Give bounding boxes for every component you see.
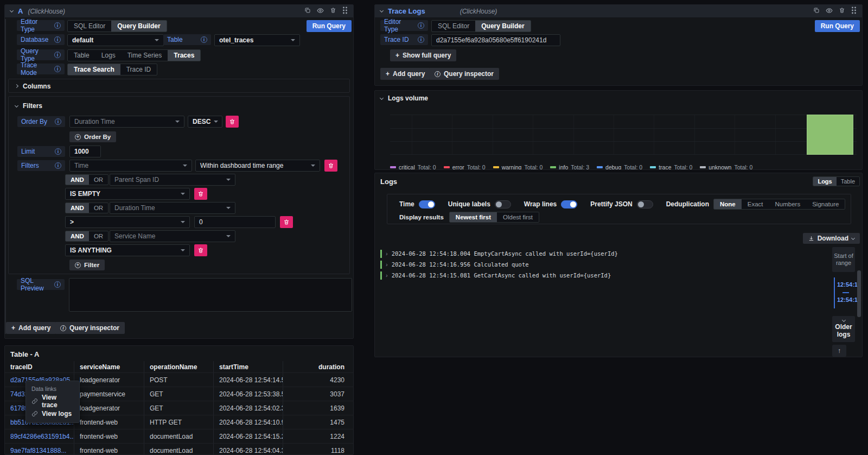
- condition-value-input[interactable]: 0: [194, 216, 276, 228]
- drag-handle-icon[interactable]: [851, 7, 857, 16]
- query-inspector-button[interactable]: iQuery inspector: [429, 68, 499, 80]
- log-expand-chevron-icon[interactable]: ›: [386, 272, 388, 279]
- legend-item[interactable]: error Total: 0: [444, 164, 486, 170]
- query-type-option-table[interactable]: Table: [68, 50, 95, 61]
- logs-scrollbar-thumb[interactable]: [857, 270, 861, 317]
- table-select[interactable]: otel_traces: [214, 34, 300, 46]
- query-type-option-logs[interactable]: Logs: [95, 50, 122, 61]
- info-icon[interactable]: i: [55, 148, 61, 155]
- or-option[interactable]: OR: [89, 203, 108, 213]
- dedup-option-exact[interactable]: Exact: [742, 199, 769, 209]
- copy-icon[interactable]: [304, 7, 311, 15]
- legend-item[interactable]: critical Total: 0: [390, 164, 436, 170]
- info-logs-bar[interactable]: [807, 115, 853, 155]
- column-header[interactable]: operationName: [144, 361, 214, 372]
- run-query-button[interactable]: Run Query: [307, 20, 352, 32]
- panel-a-header[interactable]: A (ClickHouse): [5, 5, 353, 17]
- view-option-logs[interactable]: Logs: [813, 177, 836, 186]
- context-menu-item[interactable]: View logs: [26, 407, 79, 420]
- info-icon[interactable]: i: [201, 36, 207, 43]
- copy-icon[interactable]: [813, 7, 820, 15]
- run-query-button[interactable]: Run Query: [815, 20, 860, 32]
- column-header[interactable]: duration: [283, 361, 349, 372]
- remove-condition-button[interactable]: [194, 188, 207, 200]
- display-option-newest[interactable]: Newest first: [450, 212, 497, 222]
- or-option[interactable]: OR: [89, 175, 108, 185]
- or-option[interactable]: OR: [89, 231, 108, 241]
- database-select[interactable]: default: [67, 34, 164, 46]
- info-icon[interactable]: i: [418, 36, 424, 43]
- remove-order-by-button[interactable]: [226, 116, 239, 128]
- prettify-json-toggle[interactable]: [637, 200, 653, 208]
- legend-item[interactable]: unknown Total: 0: [700, 164, 752, 170]
- remove-condition-button[interactable]: [194, 244, 207, 256]
- dedup-option-none[interactable]: None: [714, 199, 742, 209]
- query-type-option-timeseries[interactable]: Time Series: [122, 50, 168, 61]
- logs-volume-title[interactable]: Logs volume: [380, 94, 428, 102]
- order-by-field-select[interactable]: Duration Time: [69, 116, 184, 128]
- info-icon[interactable]: i: [54, 281, 61, 288]
- and-option[interactable]: AND: [66, 175, 89, 185]
- filter-time-range-select[interactable]: Within dashboard time range: [195, 160, 320, 172]
- log-row[interactable]: › 2024-06-28 12:54:18.004 EmptyCartAsync…: [380, 248, 809, 259]
- older-logs-button[interactable]: Older logs: [832, 316, 855, 342]
- info-icon[interactable]: i: [55, 118, 61, 125]
- remove-condition-button[interactable]: [280, 216, 293, 228]
- log-row[interactable]: › 2024-06-28 12:54:15.081 GetCartAsync c…: [380, 270, 809, 281]
- trace-id-input[interactable]: d2a7155ef6a928a05680e5ff6190241d: [431, 34, 560, 46]
- filters-section-header[interactable]: Filters: [15, 102, 42, 110]
- editor-type-option-builder[interactable]: Query Builder: [111, 21, 166, 31]
- log-expand-chevron-icon[interactable]: ›: [386, 250, 388, 257]
- wrap-lines-toggle[interactable]: [561, 200, 577, 208]
- trace-mode-option-search[interactable]: Trace Search: [68, 64, 120, 75]
- eye-icon[interactable]: [826, 7, 833, 16]
- time-toggle[interactable]: [419, 200, 435, 208]
- trace-mode-option-id[interactable]: Trace ID: [120, 64, 157, 75]
- condition-operator-select[interactable]: >: [65, 216, 190, 228]
- remove-filter-button[interactable]: [324, 160, 337, 172]
- show-full-query-button[interactable]: +Show full query: [390, 49, 456, 61]
- condition-field-select[interactable]: Service Name: [110, 230, 235, 242]
- column-header[interactable]: startTime: [214, 361, 283, 372]
- trace-id-link[interactable]: 9ae7faf81341888...: [5, 444, 74, 455]
- info-icon[interactable]: i: [54, 52, 61, 58]
- unique-labels-toggle[interactable]: [495, 200, 511, 208]
- drag-handle-icon[interactable]: [342, 7, 348, 16]
- editor-type-option-sql[interactable]: SQL Editor: [68, 21, 111, 31]
- limit-input[interactable]: 1000: [69, 146, 101, 157]
- column-header[interactable]: serviceName: [74, 361, 144, 372]
- legend-item[interactable]: trace Total: 0: [650, 164, 692, 170]
- column-header[interactable]: traceID: [5, 361, 74, 372]
- filter-time-field-select[interactable]: Time: [69, 160, 192, 172]
- query-inspector-button[interactable]: iQuery inspector: [55, 322, 125, 334]
- collapse-chevron-icon[interactable]: [380, 9, 384, 12]
- info-icon[interactable]: i: [54, 36, 61, 43]
- and-option[interactable]: AND: [66, 231, 89, 241]
- dedup-option-numbers[interactable]: Numbers: [769, 199, 807, 209]
- collapse-chevron-icon[interactable]: [10, 9, 14, 12]
- info-icon[interactable]: i: [54, 22, 61, 29]
- info-icon[interactable]: i: [418, 22, 424, 29]
- condition-field-select[interactable]: Duration Time: [110, 202, 235, 214]
- condition-field-select[interactable]: Parent Span ID: [110, 174, 235, 186]
- add-order-by-button[interactable]: +Order By: [69, 131, 116, 142]
- context-menu-item[interactable]: View trace: [26, 395, 79, 407]
- trash-icon[interactable]: [839, 7, 845, 15]
- add-query-button[interactable]: +Add query: [6, 322, 56, 334]
- and-option[interactable]: AND: [66, 203, 89, 213]
- trace-logs-header[interactable]: Trace Logs (ClickHouse): [375, 5, 862, 17]
- editor-type-option-builder[interactable]: Query Builder: [475, 21, 530, 31]
- trace-id-link[interactable]: 89cf4286e631591b4...: [5, 429, 74, 443]
- log-expand-chevron-icon[interactable]: ›: [386, 261, 388, 268]
- legend-item[interactable]: debug Total: 0: [597, 164, 642, 170]
- dedup-option-signature[interactable]: Signature: [806, 199, 845, 209]
- info-icon[interactable]: i: [54, 66, 61, 72]
- editor-type-option-sql[interactable]: SQL Editor: [432, 21, 475, 31]
- condition-operator-select[interactable]: IS ANYTHING: [65, 244, 190, 256]
- download-button[interactable]: Download: [803, 233, 860, 244]
- order-by-direction-select[interactable]: DESC: [188, 116, 222, 128]
- display-option-oldest[interactable]: Oldest first: [497, 212, 539, 222]
- legend-item[interactable]: warning Total: 0: [493, 164, 543, 170]
- trash-icon[interactable]: [330, 7, 336, 15]
- add-query-button[interactable]: +Add query: [380, 68, 430, 80]
